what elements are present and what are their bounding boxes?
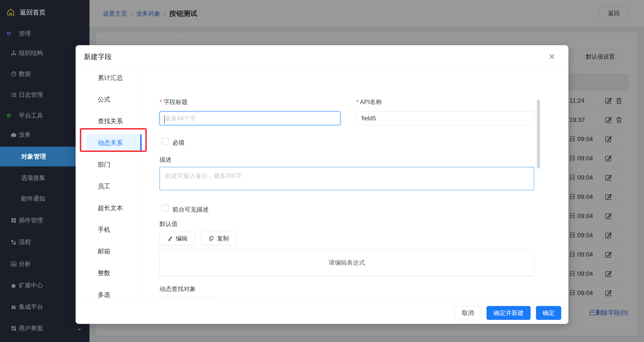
home-icon — [7, 8, 15, 16]
add-lookup-object-button[interactable]: 添加查找对象 — [160, 296, 210, 299]
briefcase-icon — [11, 132, 16, 138]
bar-chart-icon — [11, 261, 16, 267]
field-type-long-text[interactable]: 超长文本 — [76, 200, 142, 216]
ring-purple-icon — [7, 32, 10, 35]
expression-editor[interactable]: 请编辑表达式 — [160, 249, 534, 276]
sidebar-home-label: 返回首页 — [20, 5, 46, 20]
field-type-phone[interactable]: 手机 — [76, 221, 142, 238]
field-type-employee[interactable]: 员工 — [76, 178, 142, 195]
required-label: 必填 — [172, 139, 184, 147]
pencil-icon — [167, 236, 173, 241]
modal-header: 新建字段 ✕ — [76, 45, 568, 68]
field-type-email[interactable]: 邮箱 — [76, 243, 142, 260]
modal-footer: 取消 确定并新建 确定 — [76, 299, 568, 324]
modal-body: 累计汇总 公式 查找关系 动态关系 部门 员工 超长文本 手机 邮箱 整数 多选… — [76, 68, 568, 299]
dynamic-lookup-label: 动态查找对象 — [160, 285, 196, 293]
field-type-lookup[interactable]: 查找关系 — [76, 113, 142, 130]
field-type-rollup[interactable]: 累计汇总 — [76, 69, 142, 86]
confirm-and-new-button[interactable]: 确定并新建 — [486, 306, 530, 320]
description-label: 描述 — [160, 156, 172, 164]
text-caret — [164, 116, 165, 124]
edit-default-button[interactable]: 编辑 — [160, 232, 195, 245]
close-icon[interactable]: ✕ — [547, 52, 557, 62]
ring-green-icon — [7, 114, 10, 117]
puzzle-icon — [11, 282, 16, 288]
grid-icon — [11, 218, 16, 223]
description-textarea[interactable] — [160, 167, 534, 190]
flow-icon — [11, 239, 16, 245]
required-checkbox[interactable] — [162, 138, 169, 145]
field-title-label: 字段标题 — [160, 98, 188, 106]
front-visible-label: 前台可见描述 — [172, 206, 209, 214]
list-icon — [11, 92, 16, 98]
sidebar-item-user-interface[interactable]: 用户界面 — [0, 322, 90, 334]
sidebar-item-manage[interactable]: 管理 — [0, 27, 90, 40]
new-field-modal: 新建字段 ✕ 累计汇总 公式 查找关系 动态关系 部门 员工 超长文本 手机 邮… — [76, 45, 568, 324]
annotation-red-box — [80, 128, 147, 152]
field-type-formula[interactable]: 公式 — [76, 91, 142, 108]
copy-default-button[interactable]: 复制 — [201, 232, 237, 245]
chevron-down-icon[interactable]: ⌄ — [76, 324, 82, 332]
default-value-label: 默认值 — [160, 220, 178, 228]
ui-grid-icon — [11, 326, 16, 331]
pie-chart-icon — [11, 71, 16, 77]
app-root: 返回首页 管理 组织结构 数据 日志管理 平台工具 — [0, 0, 644, 342]
front-visible-checkbox[interactable] — [162, 205, 169, 212]
field-type-department[interactable]: 部门 — [76, 156, 142, 173]
copy-icon — [209, 236, 214, 241]
org-tree-icon — [11, 50, 16, 56]
cancel-button[interactable]: 取消 — [454, 306, 481, 320]
field-type-integer[interactable]: 整数 — [76, 264, 142, 282]
sidebar-home[interactable]: 返回首页 — [0, 5, 90, 20]
api-name-input[interactable] — [356, 112, 534, 125]
modal-title: 新建字段 — [84, 45, 112, 68]
confirm-button[interactable]: 确定 — [536, 306, 561, 320]
modal-nav-divider — [142, 68, 142, 299]
field-type-multiselect[interactable]: 多选 — [76, 286, 142, 299]
building-icon — [11, 304, 16, 310]
api-name-label: API名称 — [356, 98, 382, 106]
field-title-input[interactable] — [160, 112, 340, 125]
form-scrollbar[interactable] — [537, 99, 540, 169]
